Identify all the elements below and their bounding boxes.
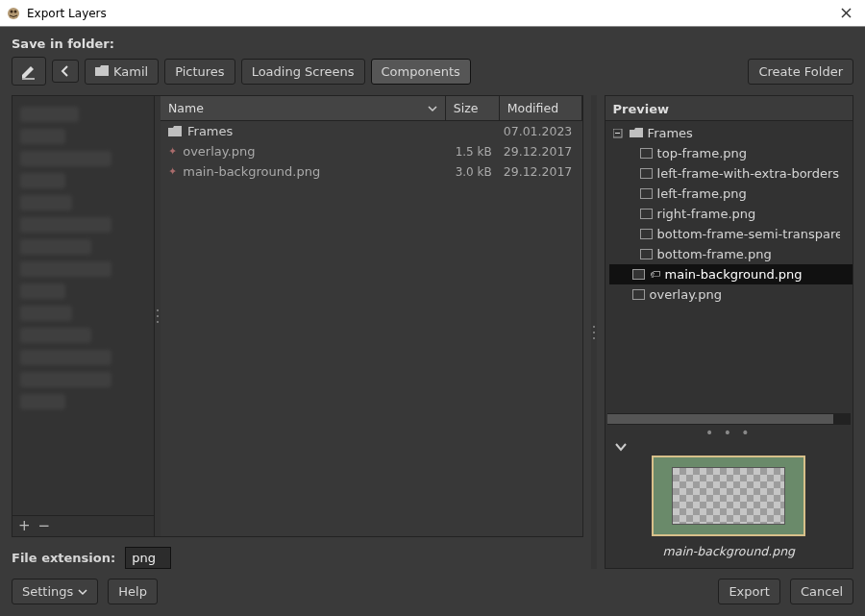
places-panel: + −	[12, 96, 155, 536]
folder-icon	[95, 65, 109, 77]
svg-point-1	[11, 10, 13, 12]
preview-thumbnail	[652, 456, 805, 536]
breadcrumb-loading-screens[interactable]: Loading Screens	[241, 59, 365, 85]
list-item[interactable]	[20, 107, 79, 122]
file-size: 3.0 kB	[446, 165, 500, 179]
list-item[interactable]	[20, 328, 91, 343]
checkerboard-icon	[672, 467, 785, 525]
breadcrumb-label: Components	[382, 64, 460, 79]
list-item[interactable]	[20, 129, 65, 144]
breadcrumb-label: Pictures	[175, 64, 224, 79]
layer-tree[interactable]: Frames top-frame.png left-frame-with-ext…	[606, 121, 853, 413]
layer-icon	[640, 148, 653, 159]
list-item[interactable]	[20, 372, 111, 387]
settings-button[interactable]: Settings	[12, 579, 98, 604]
list-item[interactable]	[20, 217, 111, 233]
table-row[interactable]: ✦ main-background.png 3.0 kB 29.12.2017	[161, 161, 582, 182]
tree-item[interactable]: top-frame.png	[609, 143, 853, 163]
layer-icon	[640, 229, 653, 239]
file-name: main-background.png	[183, 164, 320, 179]
table-row[interactable]: Frames 07.01.2023	[161, 121, 582, 141]
tree-root-label: Frames	[648, 126, 693, 140]
tree-item[interactable]: overlay.png	[609, 284, 853, 305]
tree-root[interactable]: Frames	[609, 123, 853, 143]
tree-item[interactable]: bottom-frame-semi-transparent.png	[609, 224, 853, 244]
tree-item-label: main-background.png	[665, 267, 803, 282]
scrollbar-thumb[interactable]	[607, 414, 833, 424]
edit-path-button[interactable]	[12, 57, 46, 86]
tree-item-label: bottom-frame.png	[657, 247, 772, 261]
column-modified[interactable]: Modified	[500, 96, 582, 120]
breadcrumb-components[interactable]: Components	[371, 59, 471, 85]
tree-item-label: top-frame.png	[657, 146, 747, 160]
file-table-header: Name Size Modified	[161, 96, 582, 121]
file-name: Frames	[187, 124, 233, 138]
save-in-folder-label: Save in folder:	[12, 37, 853, 51]
app-icon	[6, 6, 21, 21]
list-item[interactable]	[20, 195, 72, 210]
places-list[interactable]	[12, 96, 154, 515]
file-modified: 29.12.2017	[500, 144, 582, 159]
tree-item-label: left-frame-with-extra-borders.png	[657, 166, 840, 181]
chevron-down-icon	[78, 588, 87, 596]
table-row[interactable]: ✦ overlay.png 1.5 kB 29.12.2017	[161, 141, 582, 161]
close-button[interactable]	[832, 2, 859, 25]
main-resize-grip[interactable]	[591, 95, 597, 569]
window-title: Export Layers	[27, 7, 832, 20]
tree-item-selected[interactable]: 🏷main-background.png	[609, 264, 853, 284]
column-size[interactable]: Size	[446, 96, 500, 120]
export-button[interactable]: Export	[718, 579, 780, 604]
layer-icon	[632, 289, 645, 300]
list-item[interactable]	[20, 239, 91, 255]
breadcrumb-kamil[interactable]: Kamil	[85, 59, 159, 85]
file-modified: 29.12.2017	[500, 164, 582, 179]
list-item[interactable]	[20, 394, 65, 409]
file-extension-input[interactable]	[125, 547, 171, 569]
tree-item-label: bottom-frame-semi-transparent.png	[657, 227, 840, 241]
back-button[interactable]	[52, 60, 79, 83]
list-item[interactable]	[20, 151, 111, 166]
tree-horizontal-scrollbar[interactable]	[607, 413, 851, 425]
file-extension-label: File extension:	[12, 551, 115, 565]
path-toolbar: Kamil Pictures Loading Screens Component…	[12, 57, 853, 86]
tree-item[interactable]: right-frame.png	[609, 204, 853, 224]
list-item[interactable]	[20, 173, 65, 188]
tree-item[interactable]: left-frame-with-extra-borders.png	[609, 163, 853, 184]
list-item[interactable]	[20, 306, 72, 321]
add-bookmark-button[interactable]: +	[18, 519, 31, 533]
remove-bookmark-button[interactable]: −	[38, 519, 51, 533]
layer-icon	[640, 188, 653, 199]
column-name[interactable]: Name	[161, 96, 446, 120]
breadcrumb-label: Loading Screens	[252, 64, 355, 79]
list-item[interactable]	[20, 261, 111, 277]
sort-arrow-icon	[428, 105, 437, 112]
list-item[interactable]	[20, 283, 65, 299]
image-icon: ✦	[168, 165, 177, 178]
preview-collapse-icon[interactable]	[615, 442, 627, 452]
svg-point-2	[14, 10, 17, 12]
image-icon: ✦	[168, 145, 177, 158]
breadcrumb-label: Kamil	[113, 64, 148, 79]
preview-header: Preview	[606, 96, 853, 121]
tree-item-label: left-frame.png	[657, 186, 747, 201]
layer-icon	[640, 209, 653, 219]
create-folder-button[interactable]: Create Folder	[748, 59, 853, 85]
preview-thumbnail-label: main-background.png	[663, 544, 795, 558]
file-modified: 07.01.2023	[500, 124, 582, 138]
file-name: overlay.png	[183, 144, 255, 159]
tree-item-label: right-frame.png	[657, 207, 756, 221]
list-item[interactable]	[20, 350, 111, 365]
preview-resize-grip[interactable]: • • •	[606, 425, 853, 434]
collapse-icon[interactable]	[613, 129, 625, 138]
tree-item[interactable]: left-frame.png	[609, 184, 853, 204]
layer-icon	[632, 269, 645, 280]
tree-item[interactable]: bottom-frame.png	[609, 244, 853, 264]
breadcrumb-pictures[interactable]: Pictures	[164, 59, 235, 85]
help-button[interactable]: Help	[108, 579, 158, 604]
file-browser: Name Size Modified Frames	[161, 96, 582, 536]
cancel-button[interactable]: Cancel	[790, 579, 853, 604]
folder-icon	[630, 128, 643, 138]
tag-icon: 🏷	[650, 268, 660, 281]
preview-panel: Preview Frames top-frame.png left-frame-…	[605, 95, 853, 569]
svg-point-0	[8, 8, 19, 19]
